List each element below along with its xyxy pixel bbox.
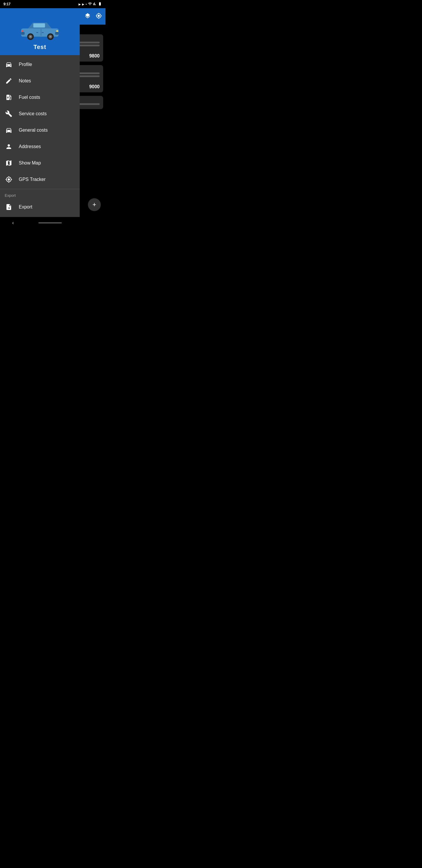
fuel-icon xyxy=(5,93,13,101)
menu-item-profile[interactable]: Profile xyxy=(0,56,80,73)
media-icon2: ▶ xyxy=(82,3,85,6)
svg-rect-3 xyxy=(55,32,59,35)
layers-icon[interactable] xyxy=(85,12,91,21)
svg-rect-15 xyxy=(36,32,38,33)
svg-rect-11 xyxy=(56,30,58,32)
menu-item-fuel-costs[interactable]: Fuel costs xyxy=(0,89,80,105)
menu-item-show-map[interactable]: Show Map xyxy=(0,155,80,171)
general-car-icon xyxy=(5,126,13,134)
service-costs-label: Service costs xyxy=(19,111,46,116)
fab-button[interactable]: + xyxy=(88,198,101,211)
divider xyxy=(0,189,80,189)
back-button[interactable]: ‹ xyxy=(12,220,14,225)
battery-icon xyxy=(98,2,102,6)
export-label: Export xyxy=(19,205,32,210)
person-icon xyxy=(5,143,13,151)
wifi-icon xyxy=(88,2,92,6)
notes-label: Notes xyxy=(19,78,31,84)
menu-item-service-costs[interactable]: Service costs xyxy=(0,105,80,122)
map-icon xyxy=(5,159,13,167)
wrench-icon xyxy=(5,110,13,118)
drawer-title: Test xyxy=(33,44,46,51)
menu-item-notes[interactable]: Notes xyxy=(0,73,80,89)
export-icon xyxy=(5,203,13,211)
navigation-bar: ‹ xyxy=(0,217,105,229)
fuel-costs-label: Fuel costs xyxy=(19,95,40,100)
svg-point-7 xyxy=(50,36,51,37)
gps-tracker-label: GPS Tracker xyxy=(19,177,46,182)
svg-rect-14 xyxy=(42,32,43,33)
profile-label: Profile xyxy=(19,62,32,67)
status-icons: ▶ ▶ • xyxy=(78,2,102,6)
media-icon: ▶ xyxy=(78,3,81,6)
pencil-icon xyxy=(5,77,13,85)
menu-item-gps-tracker[interactable]: GPS Tracker xyxy=(0,171,80,188)
export-section-label: Export xyxy=(0,190,80,199)
car-icon xyxy=(5,60,13,69)
menu-item-general-costs[interactable]: General costs xyxy=(0,122,80,138)
svg-rect-4 xyxy=(21,32,25,35)
gps-icon xyxy=(5,175,13,184)
menu-item-addresses[interactable]: Addresses xyxy=(0,138,80,155)
svg-point-10 xyxy=(30,36,31,37)
svg-rect-2 xyxy=(33,23,45,27)
my-location-icon[interactable] xyxy=(96,12,102,21)
drawer-menu: Profile Notes Fuel costs Service costs xyxy=(0,55,80,217)
svg-rect-12 xyxy=(22,30,24,32)
navigation-drawer: Test Profile Notes Fuel costs xyxy=(0,8,80,217)
general-costs-label: General costs xyxy=(19,128,48,133)
drawer-header: Test xyxy=(0,8,80,55)
dot-icon: • xyxy=(86,3,87,6)
home-indicator[interactable] xyxy=(38,222,62,223)
addresses-label: Addresses xyxy=(19,144,41,149)
car-illustration xyxy=(17,18,63,41)
show-map-label: Show Map xyxy=(19,160,41,166)
menu-item-export[interactable]: Export xyxy=(0,199,80,215)
status-time: 9:17 xyxy=(3,2,10,6)
status-bar: 9:17 ▶ ▶ • xyxy=(0,0,105,8)
signal-icon xyxy=(93,2,97,6)
